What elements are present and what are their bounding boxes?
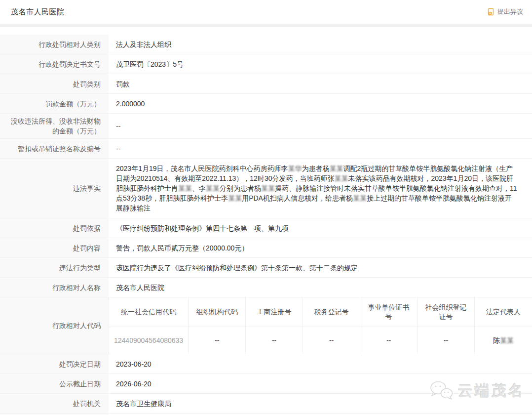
field-label: 罚款金额（万元） (0, 94, 109, 113)
field-label: 行政处罚相对人类别 (0, 35, 109, 54)
field-value: 茂名市卫生健康局 (109, 394, 532, 413)
field-value: -- (109, 114, 532, 138)
row-fine-amount: 罚款金额（万元） 2.000000 (0, 94, 532, 114)
codes-col-header-institution-cert: 事业单位证书号 (360, 297, 418, 327)
field-value: 2.000000 (109, 94, 532, 113)
field-value: 法人及非法人组织 (109, 35, 532, 54)
row-decision-number: 行政处罚决定书文号 茂卫医罚〔2023〕5号 (0, 54, 532, 74)
row-penalty-basis: 处罚依据 《医疗纠纷预防和处理条例》第四十七条第一项、第九项 (0, 218, 532, 238)
field-label: 行政相对人名称 (0, 278, 109, 297)
row-decision-date: 处罚决定日期 2023-06-20 (0, 354, 532, 374)
header-bar: 茂名市人民医院 提出异议 (0, 0, 532, 24)
field-label: 处罚决定日期 (0, 354, 109, 374)
codes-col-header-legal-rep: 法定代表人 (475, 297, 532, 327)
field-value: 2026-06-20 (109, 374, 532, 393)
row-penalty-authority: 处罚机关 茂名市卫生健康局 (0, 394, 532, 414)
codes-value-business-reg: -- (246, 327, 303, 354)
page-title: 茂名市人民医院 (11, 7, 65, 17)
row-penalty-category: 处罚类别 罚款 (0, 74, 532, 94)
row-publicity-end-date: 公示截止日期 2026-06-20 (0, 374, 532, 394)
field-label: 行政处罚决定书文号 (0, 54, 109, 74)
field-label: 处罚机关 (0, 394, 109, 413)
field-value: 罚款 (109, 74, 532, 93)
codes-value-org-code: -- (189, 327, 246, 354)
party-codes-table: 统一社会信用代码 组织机构代码 工商注册号 税务登记号 事业单位证书号 社会组织… (109, 297, 532, 354)
codes-value-institution-cert: -- (360, 327, 418, 354)
field-label: 暂扣或吊销证照名称及编号 (0, 139, 109, 158)
row-party-type: 行政处罚相对人类别 法人及非法人组织 (0, 35, 532, 54)
field-value: 茂卫医罚〔2023〕5号 (109, 54, 532, 74)
codes-grid: 统一社会信用代码 组织机构代码 工商注册号 税务登记号 事业单位证书号 社会组织… (109, 297, 532, 354)
row-party-codes: 行政相对人代码 统一社会信用代码 组织机构代码 工商注册号 税务登记号 事业单位… (0, 297, 532, 354)
codes-value-tax-reg: -- (303, 327, 360, 354)
field-value: 警告，罚款人民币贰万元整（20000.00元） (109, 238, 532, 257)
objection-label: 提出异议 (497, 7, 523, 16)
field-label: 处罚内容 (0, 238, 109, 257)
objection-document-icon (487, 8, 495, 16)
row-license-revocation: 暂扣或吊销证照名称及编号 -- (0, 139, 532, 159)
illegal-facts-text: 2023年1月19日，茂名市人民医院药剂科中心药房药师李某华为患者杨某某调配2瓶… (109, 159, 532, 218)
field-label: 公示截止日期 (0, 374, 109, 393)
header-divider (0, 24, 532, 27)
codes-col-header-uscc: 统一社会信用代码 (109, 297, 189, 327)
row-violation-type: 违法行为类型 该医院行为违反了《医疗纠纷预防和处理条例》第十条第一款、第十二条的… (0, 258, 532, 278)
field-label: 处罚依据 (0, 218, 109, 238)
field-value: 茂名市人民医院 (109, 278, 532, 297)
field-value: 该医院行为违反了《医疗纠纷预防和处理条例》第十条第一款、第十二条的规定 (109, 258, 532, 277)
field-value: -- (109, 139, 532, 158)
field-value: 《医疗纠纷预防和处理条例》第四十七条第一项、第九项 (109, 218, 532, 238)
row-penalty-content: 处罚内容 警告，罚款人民币贰万元整（20000.00元） (0, 238, 532, 258)
field-value: 2023-06-20 (109, 354, 532, 374)
penalty-info-table: 行政处罚相对人类别 法人及非法人组织 行政处罚决定书文号 茂卫医罚〔2023〕5… (0, 35, 532, 415)
field-label: 行政相对人代码 (0, 297, 109, 354)
codes-col-header-social-org-reg: 社会组织登记证号 (418, 297, 475, 327)
codes-value-social-org-reg: -- (418, 327, 475, 354)
codes-value-uscc: 124409004564080633 (109, 327, 189, 354)
codes-value-legal-rep: 陈某某 (475, 327, 532, 354)
field-label: 处罚类别 (0, 74, 109, 93)
raise-objection-button[interactable]: 提出异议 (487, 7, 523, 16)
row-illegal-facts: 违法事实 2023年1月19日，茂名市人民医院药剂科中心药房药师李某华为患者杨某… (0, 159, 532, 218)
field-label: 没收违法所得、没收非法财物的金额（万元） (0, 114, 109, 138)
row-party-name: 行政相对人名称 茂名市人民医院 (0, 278, 532, 297)
field-label: 违法行为类型 (0, 258, 109, 277)
row-confiscation-amount: 没收违法所得、没收非法财物的金额（万元） -- (0, 114, 532, 139)
codes-col-header-tax-reg: 税务登记号 (303, 297, 360, 327)
codes-col-header-business-reg: 工商注册号 (246, 297, 303, 327)
codes-col-header-org-code: 组织机构代码 (189, 297, 246, 327)
field-label: 违法事实 (0, 159, 109, 218)
